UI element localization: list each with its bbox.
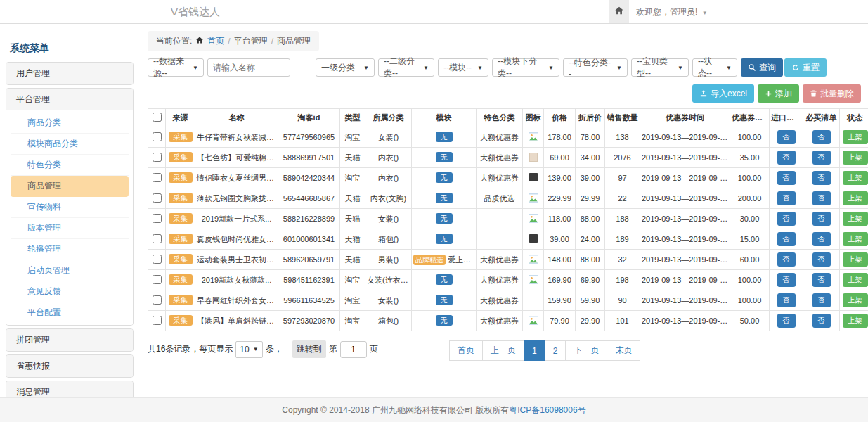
- must-buy-toggle[interactable]: 否: [812, 293, 831, 307]
- select-all-checkbox[interactable]: [153, 113, 162, 122]
- must-buy-toggle[interactable]: 否: [812, 232, 831, 246]
- search-button[interactable]: 查询: [741, 58, 783, 77]
- page-nav-上一页[interactable]: 上一页: [482, 340, 524, 361]
- cell-must_buy: 否: [803, 290, 840, 311]
- row-checkbox[interactable]: [153, 255, 162, 264]
- filter-select[interactable]: --宝贝类型--▼: [631, 58, 689, 77]
- cell-icon: [523, 229, 544, 250]
- import-select-toggle[interactable]: 否: [777, 212, 796, 226]
- sidebar-item-意见反馈[interactable]: 意见反馈: [11, 281, 129, 302]
- home-shortcut[interactable]: [609, 0, 629, 23]
- must-buy-toggle[interactable]: 否: [812, 171, 831, 185]
- row-checkbox[interactable]: [153, 234, 162, 243]
- page-nav-末页[interactable]: 末页: [607, 340, 640, 361]
- import-select-toggle[interactable]: 否: [777, 293, 796, 307]
- cell-checkbox: [148, 250, 166, 270]
- module-badge[interactable]: 无: [436, 193, 453, 203]
- row-checkbox[interactable]: [153, 316, 162, 325]
- page-number-input[interactable]: [340, 341, 367, 358]
- source-badge: 采集: [169, 213, 193, 224]
- filter-select[interactable]: 一级分类▼: [316, 58, 375, 77]
- must-buy-toggle[interactable]: 否: [812, 212, 831, 226]
- status-button[interactable]: 上架: [843, 273, 868, 287]
- status-button[interactable]: 上架: [843, 293, 868, 307]
- sidebar-group-平台管理[interactable]: 平台管理: [6, 89, 133, 110]
- must-buy-toggle[interactable]: 否: [812, 151, 831, 165]
- filter-select[interactable]: --状态--▼: [692, 58, 737, 77]
- module-badge[interactable]: 无: [436, 132, 453, 142]
- sidebar-group-省惠快报[interactable]: 省惠快报: [6, 355, 133, 377]
- import-select-toggle[interactable]: 否: [777, 130, 796, 144]
- row-checkbox[interactable]: [153, 132, 162, 141]
- import-select-toggle[interactable]: 否: [777, 171, 796, 185]
- status-button[interactable]: 上架: [843, 212, 868, 226]
- row-checkbox[interactable]: [153, 295, 162, 305]
- filter-select[interactable]: --模块--▼: [438, 58, 488, 77]
- filter-select[interactable]: --模块下分类--▼: [492, 58, 559, 77]
- sidebar-item-平台配置[interactable]: 平台配置: [11, 302, 129, 323]
- sidebar-group-用户管理[interactable]: 用户管理: [6, 63, 133, 84]
- must-buy-toggle[interactable]: 否: [812, 191, 831, 205]
- must-buy-toggle[interactable]: 否: [812, 130, 831, 144]
- sidebar-item-特色分类[interactable]: 特色分类: [11, 155, 129, 176]
- batch-delete-button[interactable]: 批量删除: [803, 84, 861, 103]
- row-checkbox[interactable]: [153, 153, 162, 162]
- sidebar-item-商品管理[interactable]: 商品管理: [11, 176, 129, 197]
- page-nav-下一页[interactable]: 下一页: [565, 340, 607, 361]
- must-buy-toggle[interactable]: 否: [812, 273, 831, 287]
- source-badge: 采集: [169, 193, 193, 203]
- jump-button[interactable]: 跳转到: [292, 340, 326, 358]
- module-badge[interactable]: 无: [436, 295, 453, 305]
- status-button[interactable]: 上架: [843, 314, 868, 328]
- sidebar-item-启动页管理[interactable]: 启动页管理: [11, 260, 129, 281]
- sidebar-group-拼团管理[interactable]: 拼团管理: [6, 329, 133, 351]
- sidebar-item-模块商品分类[interactable]: 模块商品分类: [11, 134, 129, 155]
- module-badge[interactable]: 无: [436, 234, 453, 244]
- status-button[interactable]: 上架: [843, 252, 868, 267]
- breadcrumb-home-link[interactable]: 首页: [207, 35, 224, 47]
- status-button[interactable]: 上架: [843, 151, 868, 165]
- filter-select[interactable]: --二级分类--▼: [378, 58, 434, 77]
- filter-select[interactable]: --数据来源--▼: [148, 58, 204, 77]
- icp-link[interactable]: 粤ICP备16098006号: [509, 404, 585, 416]
- module-badge[interactable]: 无: [436, 213, 453, 224]
- module-badge[interactable]: 无: [436, 274, 453, 285]
- cell-type: 淘宝: [340, 270, 365, 290]
- page-number-2[interactable]: 2: [545, 340, 566, 361]
- sidebar-item-版本管理[interactable]: 版本管理: [11, 218, 129, 239]
- import-select-toggle[interactable]: 否: [777, 252, 796, 267]
- status-button[interactable]: 上架: [843, 130, 868, 144]
- import-select-toggle[interactable]: 否: [777, 273, 796, 287]
- row-checkbox[interactable]: [153, 214, 162, 223]
- sidebar-item-宣传物料[interactable]: 宣传物料: [11, 197, 129, 218]
- import-excel-button[interactable]: 导入excel: [692, 84, 754, 103]
- status-button[interactable]: 上架: [843, 191, 868, 205]
- sidebar-item-轮播管理[interactable]: 轮播管理: [11, 239, 129, 260]
- column-header-price: 价格: [544, 109, 576, 127]
- import-select-toggle[interactable]: 否: [777, 232, 796, 246]
- module-badge[interactable]: 无: [436, 172, 453, 183]
- import-select-toggle[interactable]: 否: [777, 314, 796, 328]
- cell-coupon_amount: 100.00: [730, 127, 770, 148]
- import-select-toggle[interactable]: 否: [777, 191, 796, 205]
- name-search-input[interactable]: [207, 58, 290, 77]
- import-select-toggle[interactable]: 否: [777, 151, 796, 165]
- page-nav-首页[interactable]: 首页: [449, 340, 483, 361]
- must-buy-toggle[interactable]: 否: [812, 252, 831, 267]
- status-button[interactable]: 上架: [843, 232, 868, 246]
- row-checkbox[interactable]: [153, 173, 162, 182]
- status-button[interactable]: 上架: [843, 171, 868, 185]
- must-buy-toggle[interactable]: 否: [812, 314, 831, 328]
- reset-button[interactable]: 重置: [784, 58, 827, 77]
- page-number-1[interactable]: 1: [524, 340, 545, 361]
- row-checkbox[interactable]: [153, 193, 162, 203]
- refresh-icon: [791, 63, 800, 72]
- add-button[interactable]: 添加: [758, 84, 799, 103]
- filter-select[interactable]: --特色分类--▼: [563, 58, 628, 77]
- sidebar-item-商品分类[interactable]: 商品分类: [11, 113, 129, 134]
- user-menu[interactable]: 欢迎您，管理员! ▼: [636, 6, 708, 18]
- per-page-select[interactable]: 10 ▼: [235, 341, 262, 358]
- module-badge[interactable]: 无: [436, 152, 453, 162]
- row-checkbox[interactable]: [153, 275, 162, 284]
- module-badge[interactable]: 无: [436, 315, 453, 326]
